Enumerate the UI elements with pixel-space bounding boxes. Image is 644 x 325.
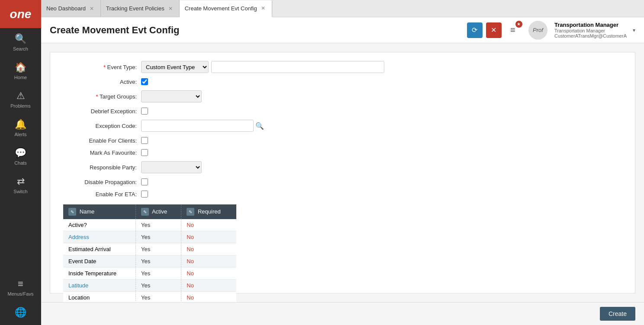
tab-bar: Neo Dashboard ✕ Tracking Event Policies … (41, 0, 644, 17)
header-actions: ⟳ ✕ ≡ ★ Prof Transportation Manager Tran… (467, 21, 635, 40)
user-email: CustomerATransMgr@CustomerA (554, 33, 627, 38)
disable-propagation-checkbox[interactable] (141, 178, 148, 185)
table-cell-name: Inside Temperature (63, 268, 135, 280)
mark-as-favourite-label: Mark As Favourite: (63, 150, 141, 156)
table-cell-active: Yes (135, 219, 181, 231)
debrief-exception-row: Debrief Exception: (63, 108, 622, 115)
col-active-label: Active (152, 208, 167, 215)
table-cell-active: Yes (135, 243, 181, 255)
active-label: Active: (63, 79, 141, 85)
required-star: * (103, 64, 106, 70)
table-cell-required: No (181, 243, 236, 255)
col-required-label: Required (198, 208, 221, 215)
enable-for-eta-checkbox[interactable] (141, 191, 148, 198)
sidebar-label-switch: Switch (13, 189, 27, 194)
disable-propagation-row: Disable Propagation: (63, 178, 622, 185)
tab-tracking-event-policies[interactable]: Tracking Event Policies ✕ (101, 0, 180, 17)
create-button-label: Create (609, 310, 627, 317)
main-area: Neo Dashboard ✕ Tracking Event Policies … (41, 0, 644, 325)
enable-for-clients-checkbox[interactable] (141, 137, 148, 144)
active-checkbox[interactable] (141, 78, 148, 85)
sidebar-label-home: Home (14, 75, 27, 80)
logo-text: one (10, 7, 32, 21)
home-icon: 🏠 (15, 62, 26, 73)
table-cell-name[interactable]: Address (63, 231, 135, 243)
tab-close-tracking[interactable]: ✕ (167, 5, 174, 12)
sidebar-item-menus[interactable]: ≡ Menus/Favs (0, 273, 41, 302)
create-button[interactable]: Create (600, 307, 635, 321)
table-cell-name[interactable]: Latitude (63, 280, 135, 292)
target-groups-row: * Target Groups: (63, 90, 622, 102)
user-name: Transportation Manager (554, 22, 627, 28)
table-cell-active: Yes (135, 292, 181, 303)
event-type-row: * Event Type: Custom Event Type Standard… (63, 61, 622, 73)
avatar: Prof (528, 21, 547, 40)
target-groups-select[interactable] (141, 90, 202, 102)
active-row: Active: (63, 78, 622, 85)
page-header: Create Movement Evt Config ⟳ ✕ ≡ ★ Prof … (41, 17, 644, 43)
mark-as-favourite-checkbox[interactable] (141, 149, 148, 156)
sidebar-item-switch[interactable]: ⇄ Switch (0, 171, 41, 199)
tab-label-neo-dashboard: Neo Dashboard (46, 5, 86, 12)
table-cell-required: No (181, 268, 236, 280)
event-type-label: * Event Type: (63, 64, 141, 70)
sidebar-item-chats[interactable]: 💬 Chats (0, 142, 41, 171)
sidebar-item-home[interactable]: 🏠 Home (0, 57, 41, 85)
switch-icon: ⇄ (17, 176, 25, 187)
sidebar-label-problems: Problems (10, 103, 30, 108)
responsible-party-row: Responsible Party: (63, 161, 622, 173)
sidebar-item-alerts[interactable]: 🔔 Alerts (0, 114, 41, 142)
globe-icon: 🌐 (15, 307, 26, 318)
table-cell-required: No (181, 292, 236, 303)
sidebar-item-search[interactable]: 🔍 Search (0, 28, 41, 57)
responsible-party-label: Responsible Party: (63, 164, 141, 171)
sidebar-label-menus: Menus/Favs (8, 291, 34, 296)
responsible-party-select[interactable] (141, 161, 202, 173)
sidebar-item-problems[interactable]: ⚠ Problems (0, 85, 41, 114)
exception-code-input[interactable] (141, 120, 254, 132)
table-cell-name: Active? (63, 219, 135, 231)
alerts-icon: 🔔 (15, 119, 26, 130)
target-groups-label: * Target Groups: (63, 93, 141, 100)
table-row: AddressYesNo (63, 231, 236, 243)
table-row: Estimated ArrivalYesNo (63, 243, 236, 255)
user-info: Transportation Manager Transportation Ma… (554, 22, 627, 38)
enable-for-clients-label: Enable For Clients: (63, 137, 141, 144)
tab-close-neo-dashboard[interactable]: ✕ (88, 5, 95, 12)
page-title: Create Movement Evt Config (50, 25, 467, 36)
avatar-text: Prof (533, 27, 543, 33)
fields-table: ✎ Name ✎ Active ✎ Required A (63, 204, 236, 302)
chats-icon: 💬 (15, 147, 26, 159)
tab-neo-dashboard[interactable]: Neo Dashboard ✕ (41, 0, 101, 17)
tab-create-movement[interactable]: Create Movement Evt Config ✕ (180, 0, 272, 17)
required-star2: * (96, 93, 98, 100)
table-cell-name: Location (63, 292, 135, 303)
debrief-exception-checkbox[interactable] (141, 108, 148, 115)
notification-badge: ★ (515, 21, 522, 28)
problems-icon: ⚠ (16, 90, 25, 102)
table-cell-required: No (181, 231, 236, 243)
event-type-select[interactable]: Custom Event Type Standard Event Type (141, 61, 209, 73)
menus-icon: ≡ (18, 278, 23, 290)
user-dropdown-arrow[interactable]: ▾ (633, 27, 635, 33)
table-cell-required: No (181, 280, 236, 292)
table-cell-required: No (181, 219, 236, 231)
exception-code-controls: 🔍 (141, 120, 264, 132)
user-role: Transportation Manager (554, 28, 627, 33)
exception-code-search-button[interactable]: 🔍 (255, 122, 264, 130)
sidebar: one 🔍 Search 🏠 Home ⚠ Problems 🔔 Alerts … (0, 0, 41, 325)
app-logo[interactable]: one (0, 0, 41, 28)
event-type-text-input[interactable] (211, 61, 384, 73)
close-button[interactable]: ✕ (486, 22, 502, 38)
table-row: Event DateYesNo (63, 255, 236, 268)
refresh-button[interactable]: ⟳ (467, 22, 483, 38)
sidebar-bottom: ≡ Menus/Favs 🌐 (0, 273, 41, 325)
close-icon: ✕ (491, 26, 496, 34)
notification-area[interactable]: ≡ ★ (505, 22, 521, 38)
sidebar-item-globe[interactable]: 🌐 (0, 302, 41, 325)
tab-close-create-movement[interactable]: ✕ (260, 5, 267, 12)
form-panel: * Event Type: Custom Event Type Standard… (50, 52, 635, 293)
sidebar-label-chats: Chats (14, 160, 27, 166)
table-cell-name: Event Date (63, 255, 135, 268)
event-type-controls: Custom Event Type Standard Event Type (141, 61, 384, 73)
